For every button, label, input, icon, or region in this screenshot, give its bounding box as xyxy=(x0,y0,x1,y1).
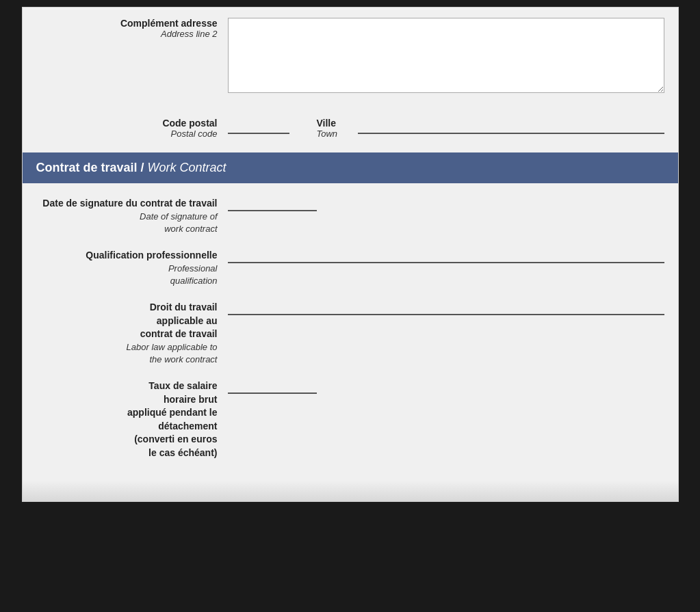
qualification-label-en-2: qualification xyxy=(36,275,218,287)
address2-label-fr: Complément adresse xyxy=(36,18,218,29)
address2-row: Complément adresse Address line 2 xyxy=(36,18,664,96)
address2-input-col xyxy=(228,18,664,96)
qualification-label-en-1: Professional xyxy=(36,263,218,275)
work-contract-header: Contrat de travail / Work Contract xyxy=(23,152,678,183)
header-en: Work Contract xyxy=(148,161,226,174)
wage-rate-label-fr-3: appliqué pendant le xyxy=(36,406,218,420)
labor-law-label-fr-1: Droit du travail xyxy=(36,301,218,315)
qualification-label-fr: Qualification professionnelle xyxy=(36,249,218,263)
postal-label-en: Postal code xyxy=(36,129,218,139)
city-label-fr: Ville xyxy=(317,118,351,129)
wage-rate-label-fr-2: horaire brut xyxy=(36,393,218,407)
postal-label: Code postal Postal code xyxy=(36,118,228,139)
work-contract-section: Date de signature du contrat de travail … xyxy=(23,183,678,481)
signature-date-row: Date de signature du contrat de travail … xyxy=(36,197,664,235)
signature-date-label-en-2: work contract xyxy=(36,223,218,235)
wage-rate-label-fr-4: détachement xyxy=(36,420,218,434)
bottom-fade xyxy=(23,481,678,501)
city-label-en: Town xyxy=(317,129,351,139)
signature-date-label-en-1: Date of signature of xyxy=(36,211,218,223)
labor-law-input[interactable] xyxy=(228,304,664,315)
header-fr: Contrat de travail / xyxy=(36,161,144,174)
wage-rate-label-fr-6: le cas échéant) xyxy=(36,447,218,460)
labor-law-label-en-2: the work contract xyxy=(36,354,218,366)
wage-rate-input[interactable] xyxy=(228,382,317,394)
labor-law-label-en-1: Labor law applicable to xyxy=(36,341,218,354)
address2-label-en: Address line 2 xyxy=(36,29,218,39)
wage-rate-label-fr-5: (converti en euros xyxy=(36,433,218,447)
postal-input[interactable] xyxy=(228,122,289,134)
address2-input[interactable] xyxy=(228,18,664,93)
postal-label-fr: Code postal xyxy=(36,118,218,129)
wage-rate-label: Taux de salaire horaire brut appliqué pe… xyxy=(36,380,228,460)
address-section: Complément adresse Address line 2 xyxy=(23,8,678,118)
postal-city-row: Code postal Postal code Ville Town xyxy=(23,118,678,139)
city-input[interactable] xyxy=(358,122,664,134)
city-label: Ville Town xyxy=(317,118,351,139)
qualification-input[interactable] xyxy=(228,252,664,263)
form-container: Complément adresse Address line 2 Code p… xyxy=(22,7,679,502)
labor-law-label-fr-3: contrat de travail xyxy=(36,328,218,341)
qualification-label: Qualification professionnelle Profession… xyxy=(36,249,228,287)
signature-date-input[interactable] xyxy=(228,200,317,211)
labor-law-row: Droit du travail applicable au contrat d… xyxy=(36,301,664,366)
signature-date-label-fr: Date de signature du contrat de travail xyxy=(36,197,218,211)
wage-rate-label-fr-1: Taux de salaire xyxy=(36,380,218,393)
qualification-row: Qualification professionnelle Profession… xyxy=(36,249,664,287)
wage-rate-row: Taux de salaire horaire brut appliqué pe… xyxy=(36,380,664,460)
address2-label: Complément adresse Address line 2 xyxy=(36,18,228,39)
signature-date-label: Date de signature du contrat de travail … xyxy=(36,197,228,235)
labor-law-label: Droit du travail applicable au contrat d… xyxy=(36,301,228,366)
labor-law-label-fr-2: applicable au xyxy=(36,315,218,328)
